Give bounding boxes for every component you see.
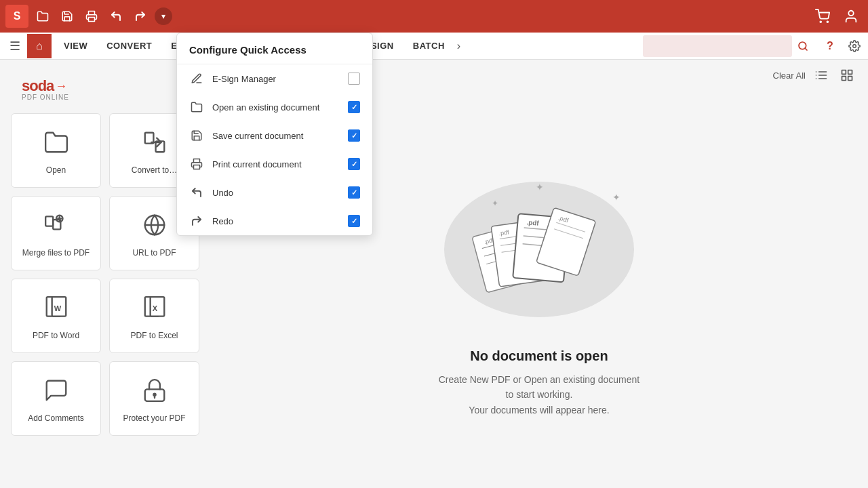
undo-checkbox[interactable] [348,186,360,199]
redo-label: Redo [212,216,340,226]
tile-excel-label: PDF to Excel [130,331,178,340]
soda-logo-arrow: → [55,79,67,94]
tile-row-1: Open Convert to… [11,113,199,188]
svg-rect-9 [45,216,53,226]
menu-next-button[interactable]: › [454,40,463,52]
menu-convert[interactable]: CONVERT [97,33,161,60]
soda-logo: soda → PDF ONLINE [11,70,199,105]
tile-merge[interactable]: Merge files to PDF [11,196,101,270]
save-doc-icon [189,128,204,143]
redo-dropdown-icon [189,214,204,228]
word-tile-icon: W [43,295,69,324]
svg-rect-31 [842,70,846,75]
undo-icon[interactable] [106,6,126,26]
tile-open[interactable]: Open [11,113,101,188]
tile-comments[interactable]: Add Comments [11,361,101,436]
dropdown-item-undo[interactable]: Undo [177,178,372,207]
configure-quick-access-dropdown: Configure Quick Access E-Sign Manager Op… [176,33,373,236]
main-toolbar: S ▾ [0,0,868,33]
configure-quick-access-button[interactable]: ▾ [155,7,172,25]
svg-rect-32 [848,70,852,75]
clear-all-button[interactable]: Clear All [773,70,806,81]
open-doc-label: Open an existing document [212,102,340,113]
print-doc-icon [189,157,204,171]
url-tile-icon [142,212,167,241]
svg-text:.pdf: .pdf [526,218,540,227]
logo-button[interactable]: S [5,5,28,28]
print-doc-label: Print current document [212,159,340,169]
tile-protect-label: Protect your PDF [123,413,185,423]
open-tile-icon [43,129,69,159]
tile-convert-label: Convert to… [132,165,177,175]
menu-batch[interactable]: BATCH [403,33,454,60]
convert-tile-icon [142,129,167,159]
cart-button[interactable] [811,5,834,28]
home-button[interactable]: ⌂ [27,34,52,58]
search-button[interactable] [792,35,814,57]
tile-merge-label: Merge files to PDF [22,248,90,258]
tile-row-2: Merge files to PDF URL to PDF [11,196,199,270]
svg-point-6 [853,44,856,47]
main-content: soda → PDF ONLINE Open [0,60,868,488]
esign-manager-icon [189,71,204,86]
grid-view-button[interactable] [837,65,857,85]
help-button[interactable]: ? [819,35,841,57]
soda-sub-text: PDF ONLINE [22,94,189,101]
svg-rect-0 [89,18,95,22]
excel-tile-icon: X [142,295,167,324]
open-doc-icon [189,100,204,115]
settings-button[interactable] [844,35,865,57]
svg-point-1 [820,21,821,22]
redo-icon[interactable] [130,6,151,26]
merge-tile-icon [43,212,69,241]
svg-rect-55 [194,165,200,169]
undo-label: Undo [212,188,340,198]
comments-tile-icon [43,378,69,407]
dropdown-item-open[interactable]: Open an existing document [177,93,372,121]
tile-pdf-word[interactable]: W PDF to Word [11,279,101,353]
save-doc-checkbox[interactable] [348,129,360,142]
list-view-button[interactable] [811,65,831,85]
empty-title: No document is open [439,348,639,364]
soda-logo-text: soda [22,77,54,95]
tile-protect[interactable]: Protect your PDF [109,361,199,436]
menu-right-icons: ? [819,35,865,57]
user-account-button[interactable] [840,5,863,28]
redo-checkbox[interactable] [348,215,360,227]
svg-text:.pdf: .pdf [498,228,510,237]
open-doc-checkbox[interactable] [348,101,360,113]
save-icon[interactable] [57,6,77,26]
menu-bar: ☰ ⌂ VIEW CONVERT EDIT SECURE FORMS OCR E… [0,33,868,60]
tile-row-3: W PDF to Word X PDF to Excel [11,279,199,353]
print-icon[interactable] [81,6,102,26]
svg-rect-33 [848,77,852,81]
dropdown-item-save[interactable]: Save current document [177,121,372,150]
document-illustration: .pdf .pdf [465,188,614,310]
search-input[interactable] [643,35,792,57]
tile-open-label: Open [46,165,66,175]
dropdown-item-esign[interactable]: E-Sign Manager [177,64,372,93]
menu-view[interactable]: VIEW [54,33,97,60]
tile-word-label: PDF to Word [33,331,79,340]
esign-manager-label: E-Sign Manager [212,74,340,84]
dropdown-item-print[interactable]: Print current document [177,150,372,178]
protect-tile-icon [142,378,167,407]
print-doc-checkbox[interactable] [348,158,360,170]
tile-pdf-excel[interactable]: X PDF to Excel [109,279,199,353]
hamburger-menu[interactable]: ☰ [3,34,27,58]
dropdown-item-redo[interactable]: Redo [177,207,372,235]
svg-line-5 [805,48,807,50]
empty-description: Create New PDF or Open an existing docum… [439,372,639,418]
svg-text:W: W [54,304,61,312]
open-file-icon[interactable] [33,6,53,26]
svg-rect-34 [842,77,846,81]
esign-manager-checkbox[interactable] [348,73,360,85]
tile-row-4: Add Comments Protect your PDF [11,361,199,436]
save-doc-label: Save current document [212,131,340,141]
undo-dropdown-icon [189,185,204,200]
svg-text:X: X [152,304,157,312]
svg-point-2 [827,21,828,22]
tile-comments-label: Add Comments [28,413,84,423]
empty-text-block: No document is open Create New PDF or Op… [439,348,639,418]
tile-url-label: URL to PDF [132,248,176,258]
